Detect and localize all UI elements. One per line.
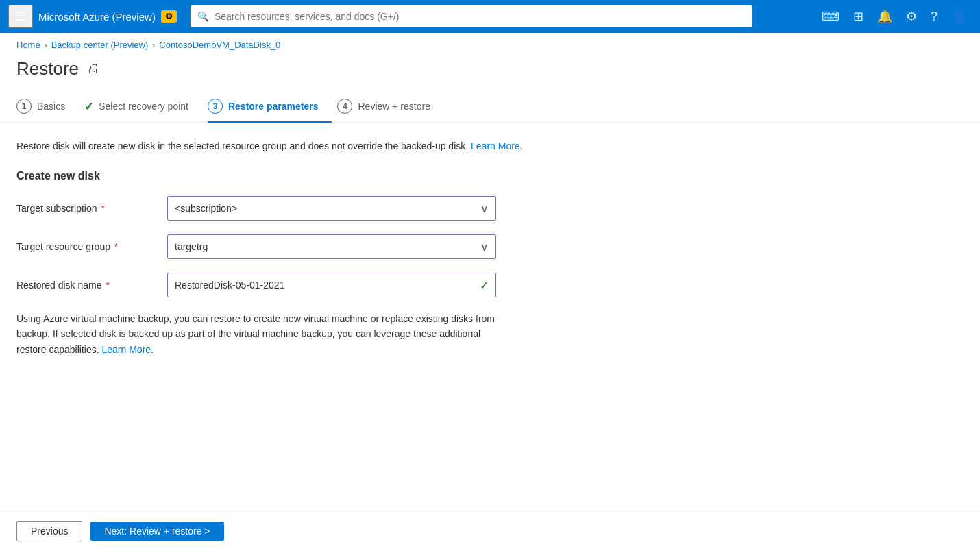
subscription-row: Target subscription * <subscription> ∨ [16,196,964,221]
step-review[interactable]: 4 Review + restore [337,90,443,122]
search-icon: 🔍 [197,11,209,22]
disk-name-label: Restored disk name * [16,280,167,291]
next-button[interactable]: Next: Review + restore > [90,522,223,541]
breadcrumb-sep-2: › [152,40,155,50]
learn-more-link-top[interactable]: Learn More. [471,140,522,151]
subscription-value: <subscription> [175,203,237,214]
breadcrumb-sep-1: › [45,40,47,50]
page-header: Restore 🖨 [0,53,980,90]
nav-badge: ⚙ [161,10,177,23]
resource-group-control: targetrg ∨ [167,234,496,259]
previous-button[interactable]: Previous [16,521,82,541]
resource-group-select[interactable]: targetrg ∨ [167,234,496,259]
settings-icon[interactable]: ⚙ [901,5,922,28]
disk-name-input[interactable]: RestoredDisk-05-01-2021 ✓ [167,273,496,297]
resource-group-chevron-icon: ∨ [480,241,489,254]
search-bar[interactable]: 🔍 [191,5,752,27]
learn-more-link-bottom[interactable]: Learn More. [102,344,154,355]
step-recovery[interactable]: ✓ Select recovery point [84,92,202,121]
subscription-select[interactable]: <subscription> ∨ [167,196,496,221]
help-icon[interactable]: ? [925,5,943,28]
resource-group-required: * [114,241,118,252]
subscription-chevron-icon: ∨ [480,202,489,215]
breadcrumb-disk[interactable]: ContosoDemoVM_DataDisk_0 [159,40,280,50]
step-review-num: 4 [337,99,352,114]
subscription-control: <subscription> ∨ [167,196,496,221]
bottom-info: Using Azure virtual machine backup, you … [16,311,510,357]
subscription-required: * [101,203,104,214]
info-text-body: Restore disk will create new disk in the… [16,140,468,151]
resource-group-row: Target resource group * targetrg ∨ [16,234,964,259]
notifications-icon[interactable]: 🔔 [872,5,898,28]
wizard-steps: 1 Basics ✓ Select recovery point 3 Resto… [0,90,980,123]
step-basics-num: 1 [16,99,32,114]
search-input[interactable] [215,11,746,22]
step-params-label: Restore parameters [228,101,319,112]
bottom-info-text: Using Azure virtual machine backup, you … [16,313,495,355]
disk-name-required: * [106,280,109,291]
cloud-shell-icon[interactable]: ⌨ [816,5,845,28]
main-content: Restore disk will create new disk in the… [0,123,980,511]
info-paragraph: Restore disk will create new disk in the… [16,139,964,154]
breadcrumb: Home › Backup center (Preview) › Contoso… [0,33,980,53]
top-nav: ☰ Microsoft Azure (Preview) ⚙ 🔍 ⌨ ⊞ 🔔 ⚙ … [0,0,980,33]
account-icon[interactable]: 👤 [946,5,972,28]
subscription-label: Target subscription * [16,203,167,214]
disk-name-row: Restored disk name * RestoredDisk-05-01-… [16,273,964,297]
step-params[interactable]: 3 Restore parameters [208,90,332,122]
print-icon[interactable]: 🖨 [87,62,99,76]
step-recovery-check: ✓ [84,100,93,113]
step-recovery-label: Select recovery point [99,101,188,112]
disk-name-control: RestoredDisk-05-01-2021 ✓ [167,273,496,297]
step-params-num: 3 [208,99,223,114]
step-basics[interactable]: 1 Basics [16,90,79,122]
portal-menu-icon[interactable]: ⊞ [848,5,869,28]
nav-icons: ⌨ ⊞ 🔔 ⚙ ? 👤 [816,5,972,28]
resource-group-label: Target resource group * [16,241,167,252]
hamburger-icon[interactable]: ☰ [8,5,33,28]
footer: Previous Next: Review + restore > [0,511,980,551]
step-basics-label: Basics [37,101,65,112]
breadcrumb-home[interactable]: Home [16,40,40,50]
section-title: Create new disk [16,170,964,182]
disk-name-value: RestoredDisk-05-01-2021 [175,280,284,291]
breadcrumb-backup-center[interactable]: Backup center (Preview) [51,40,149,50]
resource-group-value: targetrg [175,241,208,252]
page-title: Restore [16,58,79,79]
step-review-label: Review + restore [358,101,430,112]
app-title: Microsoft Azure (Preview) [38,11,156,23]
disk-name-valid-icon: ✓ [480,279,489,292]
